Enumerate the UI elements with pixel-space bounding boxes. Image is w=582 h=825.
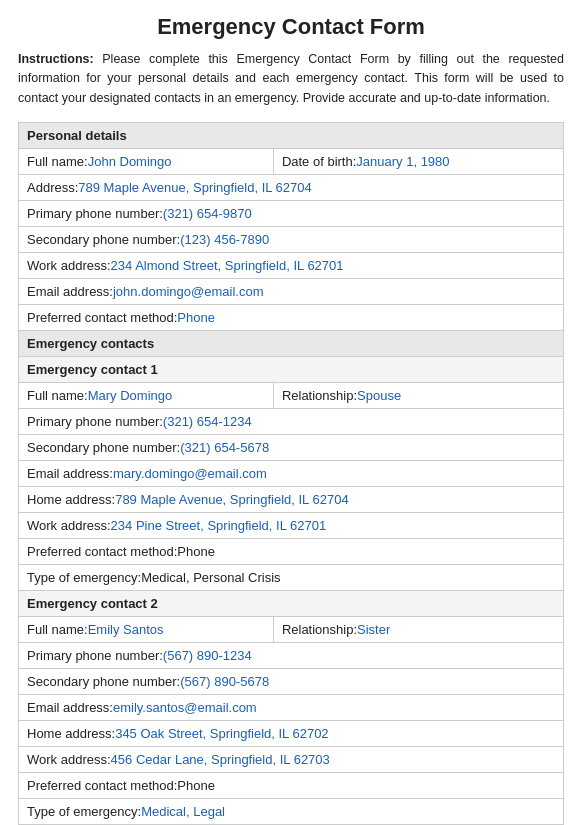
email-row: Email address:john.domingo@email.com	[19, 279, 564, 305]
c1-home-address-row: Home address:789 Maple Avenue, Springfie…	[19, 487, 564, 513]
dob-value: January 1, 1980	[356, 154, 449, 169]
c2-emergency-type-value: Medical, Legal	[141, 804, 225, 819]
c1-emergency-type-cell: Type of emergency:Medical, Personal Cris…	[19, 565, 564, 591]
c2-rel-value: Sister	[357, 622, 390, 637]
primary-phone-label: Primary phone number:	[27, 206, 163, 221]
c1-name-value: Mary Domingo	[88, 388, 173, 403]
c2-rel-cell: Relationship:Sister	[273, 617, 563, 643]
contact-method-label: Preferred contact method:	[27, 310, 177, 325]
c2-contact-method-value: Phone	[177, 778, 215, 793]
c1-work-address-value: 234 Pine Street, Springfield, IL 62701	[111, 518, 327, 533]
c1-work-address-label: Work address:	[27, 518, 111, 533]
c1-work-address-cell: Work address:234 Pine Street, Springfiel…	[19, 513, 564, 539]
instructions-label: Instructions:	[18, 52, 94, 66]
email-cell: Email address:john.domingo@email.com	[19, 279, 564, 305]
c2-secondary-phone-value: (567) 890-5678	[180, 674, 269, 689]
c1-emergency-type-value: Medical, Personal Crisis	[141, 570, 280, 585]
c2-emergency-type-cell: Type of emergency:Medical, Legal	[19, 799, 564, 825]
c2-rel-label: Relationship:	[282, 622, 357, 637]
c1-emergency-type-label: Type of emergency:	[27, 570, 141, 585]
c1-emergency-type-row: Type of emergency:Medical, Personal Cris…	[19, 565, 564, 591]
work-address-row: Work address:234 Almond Street, Springfi…	[19, 253, 564, 279]
c1-contact-method-label: Preferred contact method:	[27, 544, 177, 559]
emergency-contacts-header-row: Emergency contacts	[19, 331, 564, 357]
c1-rel-value: Spouse	[357, 388, 401, 403]
personal-details-header: Personal details	[19, 123, 564, 149]
contact1-header-row: Emergency contact 1	[19, 357, 564, 383]
c2-home-address-label: Home address:	[27, 726, 115, 741]
c2-primary-phone-label: Primary phone number:	[27, 648, 163, 663]
c1-home-address-label: Home address:	[27, 492, 115, 507]
c1-work-address-row: Work address:234 Pine Street, Springfiel…	[19, 513, 564, 539]
contact1-header: Emergency contact 1	[19, 357, 564, 383]
c1-home-address-value: 789 Maple Avenue, Springfield, IL 62704	[115, 492, 348, 507]
c1-contact-method-row: Preferred contact method:Phone	[19, 539, 564, 565]
c2-primary-phone-cell: Primary phone number:(567) 890-1234	[19, 643, 564, 669]
c2-email-value: emily.santos@email.com	[113, 700, 257, 715]
c2-emergency-type-row: Type of emergency:Medical, Legal	[19, 799, 564, 825]
contact-method-cell: Preferred contact method:Phone	[19, 305, 564, 331]
contact-method-row: Preferred contact method:Phone	[19, 305, 564, 331]
primary-phone-row: Primary phone number:(321) 654-9870	[19, 201, 564, 227]
contact2-header: Emergency contact 2	[19, 591, 564, 617]
c2-home-address-cell: Home address:345 Oak Street, Springfield…	[19, 721, 564, 747]
c2-emergency-type-label: Type of emergency:	[27, 804, 141, 819]
address-cell: Address:789 Maple Avenue, Springfield, I…	[19, 175, 564, 201]
full-name-dob-row: Full name:John Domingo Date of birth:Jan…	[19, 149, 564, 175]
dob-cell: Date of birth:January 1, 1980	[273, 149, 563, 175]
secondary-phone-cell: Secondary phone number:(123) 456-7890	[19, 227, 564, 253]
c1-secondary-phone-label: Secondary phone number:	[27, 440, 180, 455]
c1-name-cell: Full name:Mary Domingo	[19, 383, 274, 409]
address-value: 789 Maple Avenue, Springfield, IL 62704	[78, 180, 311, 195]
full-name-label: Full name:	[27, 154, 88, 169]
c1-primary-phone-cell: Primary phone number:(321) 654-1234	[19, 409, 564, 435]
personal-details-header-row: Personal details	[19, 123, 564, 149]
c2-email-label: Email address:	[27, 700, 113, 715]
c2-name-rel-row: Full name:Emily Santos Relationship:Sist…	[19, 617, 564, 643]
c1-email-row: Email address:mary.domingo@email.com	[19, 461, 564, 487]
work-address-value: 234 Almond Street, Springfield, IL 62701	[111, 258, 344, 273]
primary-phone-value: (321) 654-9870	[163, 206, 252, 221]
c2-email-cell: Email address:emily.santos@email.com	[19, 695, 564, 721]
c2-primary-phone-value: (567) 890-1234	[163, 648, 252, 663]
c1-primary-phone-label: Primary phone number:	[27, 414, 163, 429]
secondary-phone-row: Secondary phone number:(123) 456-7890	[19, 227, 564, 253]
work-address-label: Work address:	[27, 258, 111, 273]
c2-work-address-row: Work address:456 Cedar Lane, Springfield…	[19, 747, 564, 773]
address-row: Address:789 Maple Avenue, Springfield, I…	[19, 175, 564, 201]
c1-email-value: mary.domingo@email.com	[113, 466, 267, 481]
full-name-value: John Domingo	[88, 154, 172, 169]
c2-work-address-cell: Work address:456 Cedar Lane, Springfield…	[19, 747, 564, 773]
work-address-cell: Work address:234 Almond Street, Springfi…	[19, 253, 564, 279]
c1-secondary-phone-cell: Secondary phone number:(321) 654-5678	[19, 435, 564, 461]
c2-name-label: Full name:	[27, 622, 88, 637]
c2-work-address-label: Work address:	[27, 752, 111, 767]
c2-work-address-value: 456 Cedar Lane, Springfield, IL 62703	[111, 752, 330, 767]
c1-home-address-cell: Home address:789 Maple Avenue, Springfie…	[19, 487, 564, 513]
secondary-phone-value: (123) 456-7890	[180, 232, 269, 247]
c1-name-rel-row: Full name:Mary Domingo Relationship:Spou…	[19, 383, 564, 409]
dob-label: Date of birth:	[282, 154, 356, 169]
c2-secondary-phone-cell: Secondary phone number:(567) 890-5678	[19, 669, 564, 695]
c2-contact-method-label: Preferred contact method:	[27, 778, 177, 793]
c2-secondary-phone-label: Secondary phone number:	[27, 674, 180, 689]
emergency-contacts-header: Emergency contacts	[19, 331, 564, 357]
page-title: Emergency Contact Form	[18, 10, 564, 40]
c1-name-label: Full name:	[27, 388, 88, 403]
email-value: john.domingo@email.com	[113, 284, 264, 299]
c1-contact-method-value: Phone	[177, 544, 215, 559]
c2-email-row: Email address:emily.santos@email.com	[19, 695, 564, 721]
contact-method-value: Phone	[177, 310, 215, 325]
c1-secondary-phone-row: Secondary phone number:(321) 654-5678	[19, 435, 564, 461]
c1-rel-label: Relationship:	[282, 388, 357, 403]
c2-primary-phone-row: Primary phone number:(567) 890-1234	[19, 643, 564, 669]
c2-secondary-phone-row: Secondary phone number:(567) 890-5678	[19, 669, 564, 695]
c2-name-cell: Full name:Emily Santos	[19, 617, 274, 643]
address-label: Address:	[27, 180, 78, 195]
c1-secondary-phone-value: (321) 654-5678	[180, 440, 269, 455]
c1-contact-method-cell: Preferred contact method:Phone	[19, 539, 564, 565]
c1-email-cell: Email address:mary.domingo@email.com	[19, 461, 564, 487]
contact2-header-row: Emergency contact 2	[19, 591, 564, 617]
full-name-cell: Full name:John Domingo	[19, 149, 274, 175]
primary-phone-cell: Primary phone number:(321) 654-9870	[19, 201, 564, 227]
